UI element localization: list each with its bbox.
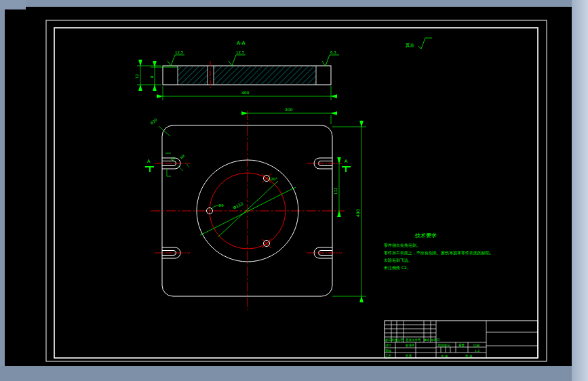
note-line-2: 零件加工表面上，不应有划痕、擦伤等损坏零件表面的缺陷。 <box>384 250 494 256</box>
notes-title: 技术要求 <box>414 233 437 239</box>
dim-plate-height: 400 <box>355 209 360 217</box>
dim-center-offset: 112 <box>334 188 338 195</box>
roughness-icon <box>322 55 339 66</box>
weight-label: 重量 <box>458 343 465 347</box>
general-roughness: 其余 <box>405 38 432 49</box>
roughness-icon <box>229 55 246 66</box>
bolt-circle-label: Φ112 <box>232 201 244 210</box>
note-line-3: 去除毛刺飞边。 <box>384 258 412 263</box>
roughness-symbols <box>168 55 339 66</box>
sheet-page: 第 张 <box>465 355 473 358</box>
slot-centerlines <box>155 163 342 253</box>
sign-approve: 批准 <box>405 354 412 357</box>
title-block: 标记 处数 分区 更改文件号 签名 年月日 设计 审核 工艺 标准化 批准 阶段… <box>385 321 538 358</box>
hatch-region-left <box>178 66 208 84</box>
dim-section-width: 400 <box>241 90 250 95</box>
angle-label: 120° <box>269 177 277 181</box>
hatch-region-right <box>214 66 316 84</box>
note-line-4: 未注倒角 C2。 <box>383 265 411 270</box>
section-label: A-A <box>237 40 246 46</box>
scale-value: 1:2 <box>475 349 479 353</box>
sign-process: 工艺 <box>385 353 392 357</box>
technical-notes: 技术要求 零件倒去尖角毛刺。 零件加工表面上，不应有划痕、擦伤等损坏零件表面的缺… <box>383 233 494 270</box>
sign-standard: 标准化 <box>405 343 415 348</box>
roughness-value-3: 6.3 <box>330 50 336 54</box>
slot-radius-label: R8 <box>179 154 185 160</box>
plan-view: Φ112 120° Φ9 R20 16 R8 <box>145 107 366 310</box>
rev-col-date: 年月日 <box>431 338 440 342</box>
rev-col-mark: 标记 <box>385 338 392 342</box>
cut-mark-label-right: A <box>345 159 348 164</box>
angle-dim-line <box>218 181 278 237</box>
corner-radius-label: R20 <box>150 117 159 125</box>
rev-col-sign: 签名 <box>424 338 430 342</box>
dim-thickness: 12 <box>135 74 139 79</box>
dim-top-width: 200 <box>285 107 293 112</box>
dim-step: 8 <box>150 75 154 78</box>
note-line-1: 零件倒去尖角毛刺。 <box>384 243 420 248</box>
corner-leader <box>159 126 170 136</box>
sign-design: 设计 <box>385 343 392 347</box>
general-roughness-prefix: 其余 <box>405 43 415 48</box>
rev-col-zone: 分区 <box>397 338 404 342</box>
roughness-value-1: 12.5 <box>175 50 184 54</box>
roughness-icon <box>418 38 432 49</box>
cad-canvas[interactable]: A-A 12 8 400 12.5 12.5 6.3 <box>0 0 588 381</box>
rev-col-docno: 更改文件号 <box>406 338 421 342</box>
plan-dimensions <box>248 113 366 296</box>
roughness-value-2: 12.5 <box>236 50 245 54</box>
slot-dim-brackets <box>165 153 171 176</box>
stage-mark-label: 阶段标记 <box>438 343 451 348</box>
hole-label: Φ9 <box>218 203 224 207</box>
cut-mark-label-left: A <box>147 159 151 164</box>
roughness-icon <box>168 55 184 66</box>
sheet-total: 共 张 <box>441 355 448 358</box>
sign-check: 审核 <box>385 349 392 353</box>
section-view: A-A 12 8 400 12.5 12.5 6.3 <box>135 40 339 100</box>
